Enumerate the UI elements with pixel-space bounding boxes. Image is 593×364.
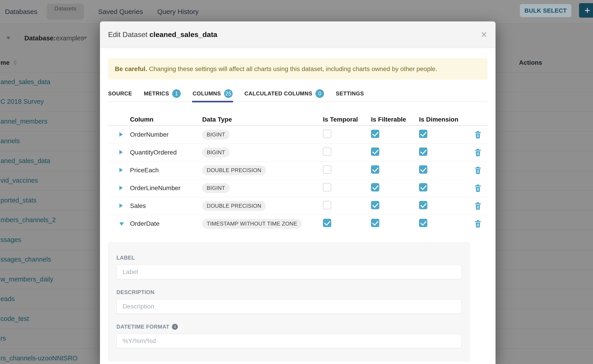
datetime-format-input[interactable] xyxy=(116,334,462,348)
column-row: Sales DOUBLE PRECISION xyxy=(108,197,488,215)
is-dimension-checkbox[interactable] xyxy=(419,165,427,174)
delete-icon[interactable] xyxy=(474,149,481,156)
expand-caret-icon[interactable] xyxy=(119,150,123,155)
dataset-link[interactable]: aned_sales_data xyxy=(0,157,50,165)
column-name: OrderNumber xyxy=(127,131,200,138)
dataset-link[interactable]: ported_stats xyxy=(0,197,37,204)
dataset-link[interactable]: ssages_channels xyxy=(0,256,51,263)
column-name: OrderLineNumber xyxy=(127,184,200,192)
is-filterable-checkbox[interactable] xyxy=(371,130,379,138)
tab-metrics[interactable]: METRICS 1 xyxy=(144,86,181,102)
dataset-link[interactable]: eads xyxy=(0,295,15,303)
nav-item-databases[interactable]: Databases xyxy=(5,0,37,23)
label-field-label: LABEL xyxy=(116,255,462,261)
data-type-pill: BIGINT xyxy=(202,130,230,140)
tab-count-badge: 0 xyxy=(316,89,324,98)
chevron-down-icon[interactable] xyxy=(83,37,87,39)
tab-label: CALCULATED COLUMNS xyxy=(244,91,312,97)
is-temporal-checkbox[interactable] xyxy=(323,219,331,227)
delete-icon[interactable] xyxy=(474,220,481,228)
is-temporal-checkbox[interactable] xyxy=(323,201,331,209)
warning-text: Changing these settings will affect all … xyxy=(149,65,437,73)
screen: Databases Datasets Saved Queries Query H… xyxy=(0,0,593,364)
is-filterable-checkbox[interactable] xyxy=(371,183,379,191)
tab-calculated-columns[interactable]: CALCULATED COLUMNS 0 xyxy=(244,86,324,102)
modal-title: Edit Dataset cleaned_sales_data xyxy=(108,30,217,39)
close-icon[interactable]: ✕ xyxy=(481,31,488,39)
sort-icon[interactable] xyxy=(13,60,17,65)
is-filterable-header: Is Filterable xyxy=(371,116,419,123)
dataset-link[interactable]: w_members_daily xyxy=(0,276,53,283)
dataset-link[interactable]: C 2018 Survey xyxy=(0,98,44,105)
expand-caret-icon[interactable] xyxy=(119,222,124,226)
label-input[interactable] xyxy=(116,265,462,279)
data-type-pill: TIMESTAMP WITHOUT TIME ZONE xyxy=(202,219,302,229)
nav-item-datasets[interactable]: Datasets xyxy=(47,4,84,20)
info-icon[interactable] xyxy=(172,324,178,330)
column-row: OrderNumber BIGINT xyxy=(108,126,488,144)
tab-settings[interactable]: SETTINGS xyxy=(336,86,364,102)
nav-item-saved-queries[interactable]: Saved Queries xyxy=(98,0,143,23)
dataset-link[interactable]: mbers_channels_2 xyxy=(0,216,56,224)
dataset-link[interactable]: code_test xyxy=(0,315,29,323)
chevron-down-icon[interactable] xyxy=(6,37,10,39)
tab-label: SETTINGS xyxy=(336,91,364,97)
delete-icon[interactable] xyxy=(474,184,481,192)
expand-caret-icon[interactable] xyxy=(119,203,123,208)
dataset-link[interactable]: annels xyxy=(0,137,20,145)
nav-item-query-history[interactable]: Query History xyxy=(157,0,198,23)
column-name: OrderDate xyxy=(127,220,200,227)
bulk-select-button[interactable]: BULK SELECT xyxy=(520,4,571,17)
column-row: QuantityOrdered BIGINT xyxy=(108,144,488,162)
column-name: Sales xyxy=(127,202,200,209)
is-dimension-checkbox[interactable] xyxy=(419,183,427,191)
actions-column-header: Actions xyxy=(519,59,542,66)
dataset-link[interactable]: aned_sales_data xyxy=(0,78,50,86)
dataset-link[interactable]: annel_members xyxy=(0,118,47,125)
is-dimension-checkbox[interactable] xyxy=(419,130,427,138)
is-temporal-checkbox[interactable] xyxy=(323,130,331,138)
database-filter-value[interactable]: examples xyxy=(56,34,84,42)
tab-count-badge: 25 xyxy=(224,89,233,98)
add-dataset-button[interactable]: + xyxy=(579,3,593,18)
is-filterable-checkbox[interactable] xyxy=(371,165,379,174)
tab-columns[interactable]: COLUMNS 25 xyxy=(192,86,233,102)
dataset-link[interactable]: vid_vaccines xyxy=(0,177,38,184)
tab-label: METRICS xyxy=(144,91,169,97)
column-row: OrderDate TIMESTAMP WITHOUT TIME ZONE xyxy=(108,215,488,233)
tab-source[interactable]: SOURCE xyxy=(108,86,132,102)
name-column-header[interactable]: me xyxy=(0,59,17,66)
is-filterable-checkbox[interactable] xyxy=(371,219,379,227)
expand-caret-icon[interactable] xyxy=(119,186,123,190)
top-nav: Databases Datasets Saved Queries Query H… xyxy=(0,0,593,23)
expand-caret-icon[interactable] xyxy=(119,168,123,172)
dataset-link[interactable]: ssages xyxy=(0,236,21,244)
column-header: Column xyxy=(127,116,200,123)
is-dimension-checkbox[interactable] xyxy=(419,201,427,209)
delete-icon[interactable] xyxy=(474,166,481,174)
columns-table-body: OrderNumber BIGINT QuantityOrdered BIGIN… xyxy=(108,126,488,233)
is-temporal-checkbox[interactable] xyxy=(323,148,331,156)
delete-icon[interactable] xyxy=(474,131,481,138)
modal-header: Edit Dataset cleaned_sales_data ✕ xyxy=(100,21,495,48)
delete-icon[interactable] xyxy=(474,202,481,210)
tab-label: COLUMNS xyxy=(192,91,221,97)
dataset-link[interactable]: rs xyxy=(0,335,6,342)
is-temporal-checkbox[interactable] xyxy=(323,183,331,191)
is-filterable-checkbox[interactable] xyxy=(371,148,379,156)
warning-banner: Be careful. Changing these settings will… xyxy=(108,58,488,80)
data-type-pill: BIGINT xyxy=(202,148,230,157)
dataset-link[interactable]: rs_channels-uzooNNtSRO xyxy=(0,355,78,362)
is-temporal-checkbox[interactable] xyxy=(323,165,331,174)
description-input[interactable] xyxy=(116,299,462,314)
datetime-format-field-label: DATETIME FORMAT xyxy=(116,324,462,330)
modal-title-dataset-name: cleaned_sales_data xyxy=(149,30,217,39)
is-filterable-checkbox[interactable] xyxy=(371,201,379,209)
database-filter-label: Database: xyxy=(24,34,56,42)
expand-caret-icon[interactable] xyxy=(119,132,123,137)
is-dimension-checkbox[interactable] xyxy=(419,219,427,227)
columns-table-header: Column Data Type Is Temporal Is Filterab… xyxy=(108,102,488,126)
warning-bold-text: Be careful. xyxy=(115,65,147,73)
modal-tabs: SOURCE METRICS 1 COLUMNS 25 CALCULATED C… xyxy=(108,86,488,102)
is-dimension-checkbox[interactable] xyxy=(419,148,427,156)
